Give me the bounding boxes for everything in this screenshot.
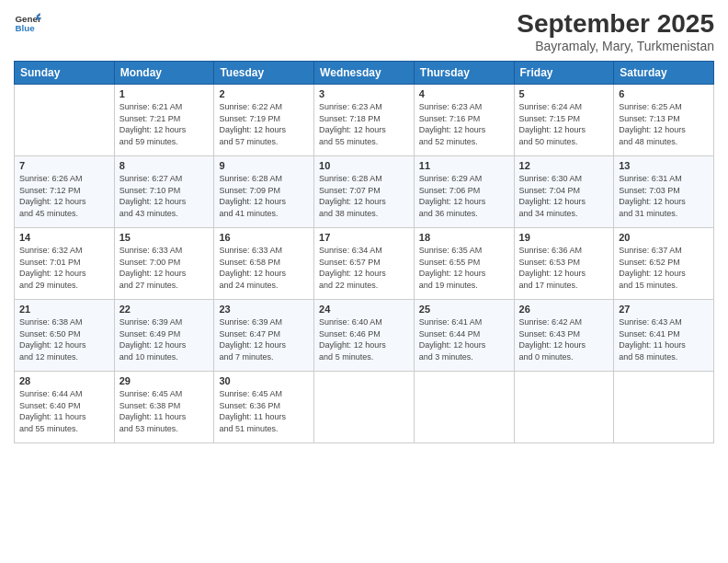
calendar-cell: 9Sunrise: 6:28 AM Sunset: 7:09 PM Daylig… (214, 156, 314, 228)
weekday-saturday: Saturday (614, 62, 714, 85)
day-number: 30 (219, 375, 309, 386)
day-info: Sunrise: 6:36 AM Sunset: 6:53 PM Dayligh… (519, 245, 609, 291)
calendar-cell: 1Sunrise: 6:21 AM Sunset: 7:21 PM Daylig… (114, 85, 214, 156)
day-number: 9 (219, 160, 309, 171)
day-info: Sunrise: 6:27 AM Sunset: 7:10 PM Dayligh… (119, 173, 210, 219)
day-info: Sunrise: 6:34 AM Sunset: 6:57 PM Dayligh… (319, 245, 409, 291)
day-number: 27 (619, 304, 709, 315)
calendar-cell: 25Sunrise: 6:41 AM Sunset: 6:44 PM Dayli… (414, 300, 514, 372)
day-info: Sunrise: 6:28 AM Sunset: 7:07 PM Dayligh… (319, 173, 409, 219)
title-block: September 2025 Bayramaly, Mary, Turkmeni… (517, 9, 714, 53)
day-info: Sunrise: 6:44 AM Sunset: 6:40 PM Dayligh… (19, 388, 109, 434)
calendar-cell: 24Sunrise: 6:40 AM Sunset: 6:46 PM Dayli… (314, 300, 415, 372)
calendar-cell: 28Sunrise: 6:44 AM Sunset: 6:40 PM Dayli… (15, 372, 115, 443)
day-info: Sunrise: 6:28 AM Sunset: 7:09 PM Dayligh… (219, 173, 309, 219)
day-number: 20 (619, 232, 709, 243)
weekday-thursday: Thursday (414, 62, 514, 85)
day-number: 10 (319, 160, 409, 171)
calendar-cell: 2Sunrise: 6:22 AM Sunset: 7:19 PM Daylig… (214, 85, 314, 156)
calendar-cell: 20Sunrise: 6:37 AM Sunset: 6:52 PM Dayli… (614, 228, 714, 300)
calendar-cell: 12Sunrise: 6:30 AM Sunset: 7:04 PM Dayli… (514, 156, 614, 228)
calendar-cell: 26Sunrise: 6:42 AM Sunset: 6:43 PM Dayli… (514, 300, 614, 372)
calendar-cell (614, 372, 714, 443)
calendar-cell: 3Sunrise: 6:23 AM Sunset: 7:18 PM Daylig… (314, 85, 415, 156)
calendar-cell: 27Sunrise: 6:43 AM Sunset: 6:41 PM Dayli… (614, 300, 714, 372)
day-info: Sunrise: 6:25 AM Sunset: 7:13 PM Dayligh… (619, 101, 709, 147)
day-info: Sunrise: 6:22 AM Sunset: 7:19 PM Dayligh… (219, 101, 309, 147)
day-info: Sunrise: 6:30 AM Sunset: 7:04 PM Dayligh… (519, 173, 609, 219)
day-number: 19 (519, 232, 609, 243)
day-number: 28 (19, 375, 109, 386)
page: General Blue September 2025 Bayramaly, M… (0, 0, 728, 563)
calendar-cell: 14Sunrise: 6:32 AM Sunset: 7:01 PM Dayli… (15, 228, 115, 300)
day-info: Sunrise: 6:33 AM Sunset: 7:00 PM Dayligh… (119, 245, 210, 291)
calendar-cell: 17Sunrise: 6:34 AM Sunset: 6:57 PM Dayli… (314, 228, 415, 300)
day-info: Sunrise: 6:31 AM Sunset: 7:03 PM Dayligh… (619, 173, 709, 219)
day-number: 11 (419, 160, 509, 171)
day-info: Sunrise: 6:38 AM Sunset: 6:50 PM Dayligh… (19, 316, 109, 362)
calendar-cell: 15Sunrise: 6:33 AM Sunset: 7:00 PM Dayli… (114, 228, 214, 300)
calendar-cell (314, 372, 415, 443)
calendar-title: September 2025 (517, 9, 714, 39)
week-row-4: 21Sunrise: 6:38 AM Sunset: 6:50 PM Dayli… (15, 300, 714, 372)
calendar-cell: 19Sunrise: 6:36 AM Sunset: 6:53 PM Dayli… (514, 228, 614, 300)
day-info: Sunrise: 6:43 AM Sunset: 6:41 PM Dayligh… (619, 316, 709, 362)
day-number: 15 (119, 232, 210, 243)
calendar-cell: 7Sunrise: 6:26 AM Sunset: 7:12 PM Daylig… (15, 156, 115, 228)
day-number: 18 (419, 232, 509, 243)
day-number: 7 (19, 160, 109, 171)
logo: General Blue (14, 9, 41, 37)
weekday-header-row: SundayMondayTuesdayWednesdayThursdayFrid… (15, 62, 714, 85)
calendar-subtitle: Bayramaly, Mary, Turkmenistan (517, 39, 714, 53)
day-number: 6 (619, 88, 709, 99)
svg-text:Blue: Blue (16, 23, 36, 33)
day-number: 4 (419, 88, 509, 99)
weekday-tuesday: Tuesday (214, 62, 314, 85)
calendar-cell: 23Sunrise: 6:39 AM Sunset: 6:47 PM Dayli… (214, 300, 314, 372)
day-number: 14 (19, 232, 109, 243)
week-row-2: 7Sunrise: 6:26 AM Sunset: 7:12 PM Daylig… (15, 156, 714, 228)
day-number: 5 (519, 88, 609, 99)
day-info: Sunrise: 6:24 AM Sunset: 7:15 PM Dayligh… (519, 101, 609, 147)
day-info: Sunrise: 6:33 AM Sunset: 6:58 PM Dayligh… (219, 245, 309, 291)
calendar-cell: 30Sunrise: 6:45 AM Sunset: 6:36 PM Dayli… (214, 372, 314, 443)
day-number: 8 (119, 160, 210, 171)
day-number: 16 (219, 232, 309, 243)
day-info: Sunrise: 6:45 AM Sunset: 6:36 PM Dayligh… (219, 388, 309, 434)
day-number: 23 (219, 304, 309, 315)
calendar-cell: 22Sunrise: 6:39 AM Sunset: 6:49 PM Dayli… (114, 300, 214, 372)
day-number: 25 (419, 304, 509, 315)
day-number: 2 (219, 88, 309, 99)
day-number: 1 (119, 88, 210, 99)
calendar-cell: 6Sunrise: 6:25 AM Sunset: 7:13 PM Daylig… (614, 85, 714, 156)
day-number: 29 (119, 375, 210, 386)
day-number: 24 (319, 304, 409, 315)
day-number: 26 (519, 304, 609, 315)
calendar-cell: 18Sunrise: 6:35 AM Sunset: 6:55 PM Dayli… (414, 228, 514, 300)
weekday-wednesday: Wednesday (314, 62, 415, 85)
calendar-cell (414, 372, 514, 443)
day-info: Sunrise: 6:39 AM Sunset: 6:47 PM Dayligh… (219, 316, 309, 362)
calendar-cell: 5Sunrise: 6:24 AM Sunset: 7:15 PM Daylig… (514, 85, 614, 156)
calendar-cell (514, 372, 614, 443)
day-info: Sunrise: 6:37 AM Sunset: 6:52 PM Dayligh… (619, 245, 709, 291)
calendar-cell: 11Sunrise: 6:29 AM Sunset: 7:06 PM Dayli… (414, 156, 514, 228)
calendar-cell: 13Sunrise: 6:31 AM Sunset: 7:03 PM Dayli… (614, 156, 714, 228)
day-number: 17 (319, 232, 409, 243)
day-info: Sunrise: 6:32 AM Sunset: 7:01 PM Dayligh… (19, 245, 109, 291)
day-number: 21 (19, 304, 109, 315)
calendar-cell: 8Sunrise: 6:27 AM Sunset: 7:10 PM Daylig… (114, 156, 214, 228)
week-row-3: 14Sunrise: 6:32 AM Sunset: 7:01 PM Dayli… (15, 228, 714, 300)
week-row-5: 28Sunrise: 6:44 AM Sunset: 6:40 PM Dayli… (15, 372, 714, 443)
day-number: 12 (519, 160, 609, 171)
day-info: Sunrise: 6:21 AM Sunset: 7:21 PM Dayligh… (119, 101, 210, 147)
day-number: 3 (319, 88, 409, 99)
weekday-monday: Monday (114, 62, 214, 85)
day-number: 13 (619, 160, 709, 171)
calendar-cell (15, 85, 115, 156)
week-row-1: 1Sunrise: 6:21 AM Sunset: 7:21 PM Daylig… (15, 85, 714, 156)
day-info: Sunrise: 6:40 AM Sunset: 6:46 PM Dayligh… (319, 316, 409, 362)
calendar-table: SundayMondayTuesdayWednesdayThursdayFrid… (14, 61, 714, 443)
calendar-cell: 21Sunrise: 6:38 AM Sunset: 6:50 PM Dayli… (15, 300, 115, 372)
day-info: Sunrise: 6:26 AM Sunset: 7:12 PM Dayligh… (19, 173, 109, 219)
